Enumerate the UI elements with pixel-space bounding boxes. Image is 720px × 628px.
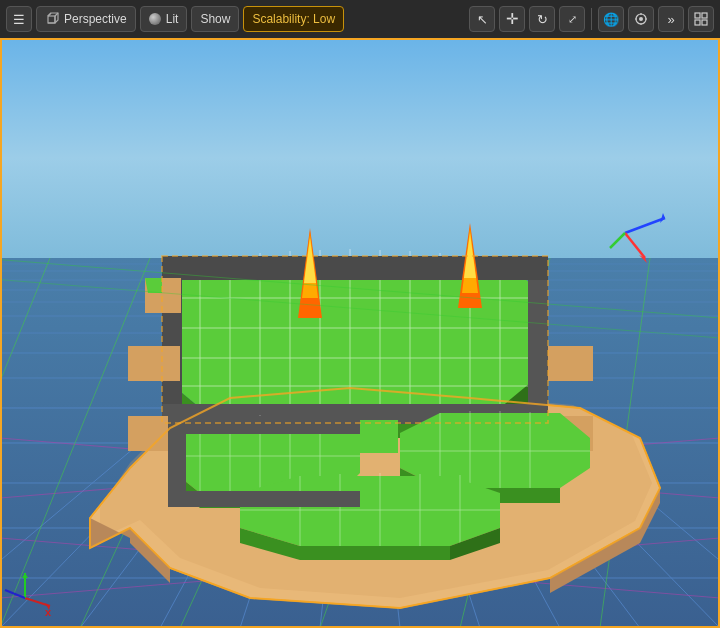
more-tools-button[interactable]: » xyxy=(658,6,684,32)
svg-rect-125 xyxy=(168,416,360,434)
svg-rect-81 xyxy=(528,278,548,408)
show-label: Show xyxy=(200,12,230,26)
svg-rect-10 xyxy=(695,13,700,18)
scale-tool-button[interactable]: ⤢ xyxy=(559,6,585,32)
hamburger-icon: ☰ xyxy=(13,12,25,27)
toolbar-divider-1 xyxy=(591,8,592,30)
lit-label: Lit xyxy=(166,12,179,26)
svg-rect-14 xyxy=(0,38,720,278)
svg-rect-83 xyxy=(162,256,548,280)
lit-icon xyxy=(149,13,161,25)
svg-rect-13 xyxy=(702,20,707,25)
rotate-tool-button[interactable]: ↻ xyxy=(529,6,555,32)
svg-rect-89 xyxy=(548,346,593,381)
grid-icon xyxy=(694,12,708,26)
svg-marker-86 xyxy=(145,278,162,293)
surface-snap-button[interactable] xyxy=(628,6,654,32)
world-grid-button[interactable]: 🌐 xyxy=(598,6,624,32)
svg-rect-87 xyxy=(128,346,180,381)
svg-rect-126 xyxy=(168,491,360,507)
more-icon: » xyxy=(667,12,674,27)
scene-svg: x xyxy=(0,38,720,628)
svg-marker-114 xyxy=(240,476,500,546)
svg-marker-122 xyxy=(300,546,450,560)
toolbar: ☰ Perspective Lit Show Scalability: Low … xyxy=(0,0,720,38)
rotate-icon: ↻ xyxy=(537,12,548,27)
perspective-button[interactable]: Perspective xyxy=(36,6,136,32)
scalability-button[interactable]: Scalability: Low xyxy=(243,6,344,32)
viewport[interactable]: x xyxy=(0,38,720,628)
menu-button[interactable]: ☰ xyxy=(6,6,32,32)
grid-button[interactable] xyxy=(688,6,714,32)
globe-icon: 🌐 xyxy=(603,12,619,27)
scale-icon: ⤢ xyxy=(568,13,577,26)
select-icon: ↖ xyxy=(477,12,488,27)
svg-rect-0 xyxy=(48,16,55,23)
lit-button[interactable]: Lit xyxy=(140,6,188,32)
transform-icon: ✛ xyxy=(506,10,519,28)
surface-snap-icon xyxy=(634,12,648,26)
svg-rect-11 xyxy=(702,13,707,18)
svg-text:x: x xyxy=(45,606,52,618)
svg-rect-12 xyxy=(695,20,700,25)
tool-icons: ↖ ✛ ↻ ⤢ 🌐 » xyxy=(469,6,714,32)
transform-tool-button[interactable]: ✛ xyxy=(499,6,525,32)
show-button[interactable]: Show xyxy=(191,6,239,32)
svg-point-5 xyxy=(639,17,643,21)
scalability-label: Scalability: Low xyxy=(252,12,335,26)
perspective-label: Perspective xyxy=(64,12,127,26)
select-tool-button[interactable]: ↖ xyxy=(469,6,495,32)
cube-icon xyxy=(45,12,59,26)
